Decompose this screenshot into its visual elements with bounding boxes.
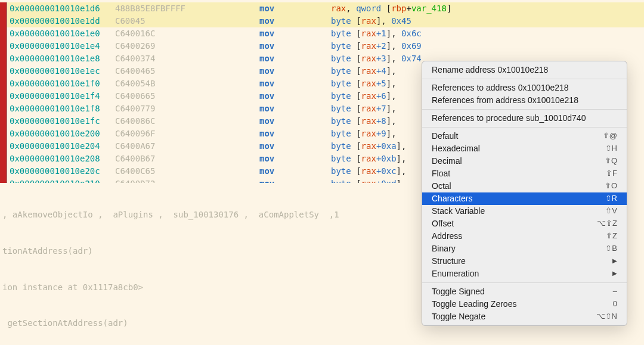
operands: byte [rax+7], bbox=[331, 102, 397, 114]
menu-label: Offset bbox=[432, 217, 454, 229]
menu-label: Address bbox=[432, 230, 462, 242]
menu-type-address[interactable]: Address⇧Z bbox=[422, 230, 627, 243]
bytes: C6400665 bbox=[115, 90, 259, 102]
operands: byte [rax+4], bbox=[331, 65, 397, 77]
menu-toggle-negate[interactable]: Toggle Negate ⌥⇧N bbox=[422, 310, 627, 323]
gutter bbox=[0, 102, 7, 115]
menu-toggle-leading-zeroes[interactable]: Toggle Leading Zeroes 0 bbox=[422, 298, 627, 310]
menu-type-default[interactable]: Default⇧@ bbox=[422, 130, 627, 142]
menu-shortcut: ⌥⇧N bbox=[596, 311, 617, 322]
address: 0x000000010010e1e4 bbox=[10, 40, 115, 52]
bytes: C640054B bbox=[115, 77, 259, 89]
menu-references-procedure[interactable]: References to procedure sub_10010d740 bbox=[422, 112, 627, 125]
disasm-line[interactable]: 0x000000010010e1e0C640016Cmovbyte [rax+1… bbox=[0, 27, 644, 40]
mnemonic: mov bbox=[259, 52, 331, 64]
bytes: C6400374 bbox=[115, 52, 259, 64]
menu-label: Toggle Signed bbox=[432, 285, 485, 297]
menu-label: Characters bbox=[432, 192, 472, 204]
menu-separator bbox=[422, 79, 627, 79]
mnemonic: mov bbox=[259, 90, 331, 102]
menu-type-octal[interactable]: Octal⇧O bbox=[422, 180, 627, 192]
bytes: C640086C bbox=[115, 115, 259, 127]
bytes: 488B85E8FBFFFF bbox=[115, 2, 259, 14]
menu-references-to[interactable]: References to address 0x10010e218 bbox=[422, 82, 627, 94]
mnemonic: mov bbox=[259, 153, 331, 164]
menu-shortcut: 0 bbox=[613, 299, 617, 310]
gutter bbox=[0, 2, 7, 15]
mnemonic: mov bbox=[259, 77, 331, 89]
operands: byte [rax+8], bbox=[331, 115, 397, 127]
mnemonic: mov bbox=[259, 102, 331, 114]
menu-label: Octal bbox=[432, 180, 451, 192]
operands: byte [rax+2], 0x69 bbox=[331, 40, 422, 52]
chevron-right-icon: ▶ bbox=[612, 257, 617, 266]
menu-rename-address[interactable]: Rename address 0x10010e218 bbox=[422, 64, 627, 76]
mnemonic: mov bbox=[259, 2, 331, 14]
menu-label: Enumeration bbox=[432, 268, 479, 279]
address: 0x000000010010e1ec bbox=[10, 65, 115, 77]
menu-shortcut: ⇧B bbox=[605, 243, 617, 254]
bytes: C6400C65 bbox=[115, 165, 259, 177]
menu-type-float[interactable]: Float⇧F bbox=[422, 167, 627, 180]
mnemonic: mov bbox=[259, 65, 331, 77]
operands: byte [rax+0xa], bbox=[331, 140, 406, 152]
disasm-line[interactable]: 0x000000010010e1ddC60045movbyte [rax], 0… bbox=[0, 15, 644, 27]
context-menu[interactable]: Rename address 0x10010e218 References to… bbox=[422, 61, 627, 326]
address: 0x000000010010e200 bbox=[10, 128, 115, 139]
mnemonic: mov bbox=[259, 115, 331, 127]
operands: byte [rax+0xc], bbox=[331, 165, 406, 177]
address: 0x000000010010e208 bbox=[10, 153, 115, 164]
address: 0x000000010010e1dd bbox=[10, 15, 115, 27]
mnemonic: mov bbox=[259, 40, 331, 52]
menu-type-hexadecimal[interactable]: Hexadecimal⇧H bbox=[422, 142, 627, 155]
bytes: C640096F bbox=[115, 128, 259, 139]
operands: byte [rax+5], bbox=[331, 77, 397, 89]
bytes: C6400465 bbox=[115, 65, 259, 77]
operands: byte [rax+0xb], bbox=[331, 153, 406, 164]
menu-shortcut: ⇧O bbox=[605, 181, 617, 192]
gutter bbox=[0, 27, 7, 40]
mnemonic: mov bbox=[259, 140, 331, 152]
mnemonic: mov bbox=[259, 165, 331, 177]
operands: byte [rax], 0x45 bbox=[331, 15, 411, 27]
gutter bbox=[0, 153, 7, 165]
gutter bbox=[0, 128, 7, 140]
menu-references-from[interactable]: References from address 0x10010e218 bbox=[422, 94, 627, 107]
menu-shortcut: ⇧@ bbox=[603, 130, 617, 142]
menu-shortcut: ⇧H bbox=[605, 143, 617, 154]
menu-label: References from address 0x10010e218 bbox=[432, 94, 578, 106]
bytes: C6400779 bbox=[115, 102, 259, 114]
menu-type-decimal[interactable]: Decimal⇧Q bbox=[422, 155, 627, 167]
address: 0x000000010010e1f8 bbox=[10, 102, 115, 114]
menu-type-structure[interactable]: Structure▶ bbox=[422, 255, 627, 268]
menu-type-offset[interactable]: Offset⌥⇧Z bbox=[422, 217, 627, 230]
menu-toggle-signed[interactable]: Toggle Signed – bbox=[422, 285, 627, 298]
bytes: C60045 bbox=[115, 15, 259, 27]
gutter bbox=[0, 65, 7, 77]
menu-type-binary[interactable]: Binary⇧B bbox=[422, 243, 627, 255]
menu-label: Rename address 0x10010e218 bbox=[432, 64, 548, 76]
disasm-line[interactable]: 0x000000010010e1d6488B85E8FBFFFFmovrax, … bbox=[0, 2, 644, 15]
menu-type-characters[interactable]: Characters⇧R bbox=[422, 192, 627, 205]
menu-label: References to address 0x10010e218 bbox=[432, 82, 569, 94]
gutter bbox=[0, 90, 7, 102]
bytes: C6400269 bbox=[115, 40, 259, 52]
menu-label: Structure bbox=[432, 255, 466, 267]
gutter bbox=[0, 77, 7, 90]
gutter bbox=[0, 140, 7, 153]
address: 0x000000010010e1f0 bbox=[10, 77, 115, 89]
menu-type-stack-variable[interactable]: Stack Variable⇧V bbox=[422, 205, 627, 217]
disasm-line[interactable]: 0x000000010010e1e4C6400269movbyte [rax+2… bbox=[0, 40, 644, 52]
address: 0x000000010010e20c bbox=[10, 165, 115, 177]
menu-shortcut: – bbox=[613, 286, 617, 297]
mnemonic: mov bbox=[259, 15, 331, 27]
mnemonic: mov bbox=[259, 128, 331, 139]
menu-label: Toggle Leading Zeroes bbox=[432, 298, 516, 310]
address: 0x000000010010e204 bbox=[10, 140, 115, 152]
menu-label: Hexadecimal bbox=[432, 142, 480, 154]
menu-shortcut: ⇧F bbox=[606, 168, 617, 179]
menu-type-enumeration[interactable]: Enumeration▶ bbox=[422, 268, 627, 280]
menu-separator bbox=[422, 109, 627, 110]
menu-label: Stack Variable bbox=[432, 205, 485, 217]
operands: byte [rax+3], 0x74 bbox=[331, 52, 422, 64]
